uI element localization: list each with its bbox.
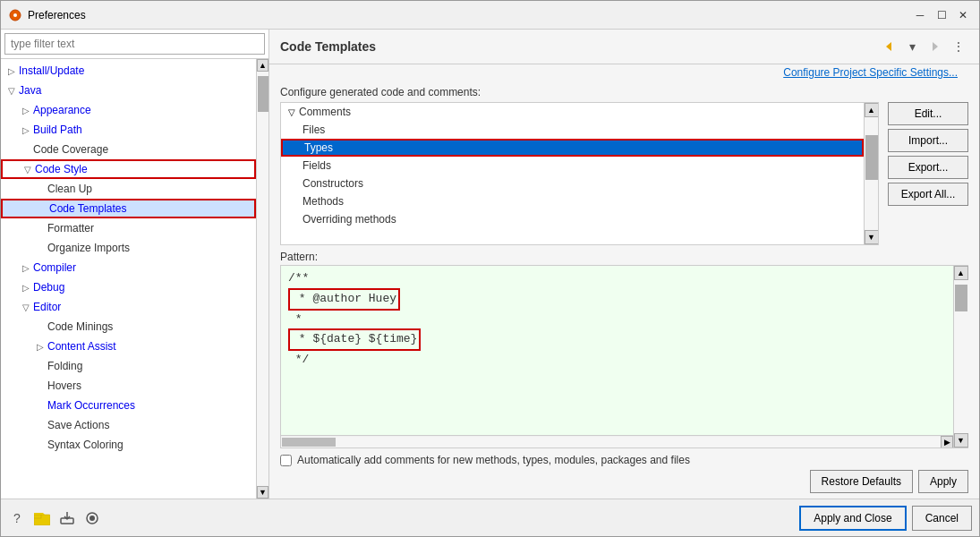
scroll-down-icon[interactable]: ▼	[954, 433, 968, 448]
template-tree-scrollbar[interactable]: ▲ ▼	[864, 103, 878, 244]
tree-label: Save Actions	[47, 419, 109, 431]
tree-label: Formatter	[47, 222, 94, 234]
restore-defaults-button[interactable]: Restore Defaults	[810, 470, 913, 493]
tree-label: Install/Update	[19, 64, 84, 77]
tree-label: Mark Occurrences	[47, 399, 135, 412]
scroll-up-icon[interactable]: ▲	[954, 266, 968, 280]
back-button[interactable]	[879, 37, 899, 56]
apply-close-button[interactable]: Apply and Close	[799, 506, 906, 531]
forward-button[interactable]	[925, 37, 945, 56]
maximize-button[interactable]: ☐	[933, 6, 950, 24]
export-button[interactable]: Export...	[888, 156, 968, 179]
scroll-up-icon[interactable]: ▲	[257, 59, 268, 72]
tree-item-code-style[interactable]: ▽ Code Style	[1, 159, 256, 179]
configure-project-link[interactable]: Configure Project Specific Settings...	[772, 63, 968, 82]
scroll-right-icon[interactable]: ▶	[941, 436, 953, 448]
scroll-thumb	[955, 285, 967, 311]
import-button[interactable]: Import...	[888, 129, 968, 152]
minimize-button[interactable]: ─	[911, 6, 929, 24]
app-icon	[8, 8, 22, 22]
edit-button[interactable]: Edit...	[888, 102, 968, 125]
tree-label: Syntax Coloring	[47, 439, 124, 451]
preferences-window: Preferences ─ ☐ ✕ ▷ Install/Update	[0, 0, 980, 537]
pattern-label: Pattern:	[280, 251, 968, 263]
tt-label: Files	[303, 124, 325, 136]
pattern-highlight-date: * ${date} ${time}	[288, 328, 421, 351]
right-body: Configure generated code and comments: ▽…	[269, 81, 979, 499]
folder-icon[interactable]	[33, 509, 51, 527]
more-options-button[interactable]: ⋮	[949, 37, 968, 56]
export-all-button[interactable]: Export All...	[888, 183, 968, 206]
tree-item-build-path[interactable]: ▷ Build Path	[1, 120, 256, 140]
tree-item-compiler[interactable]: ▷ Compiler	[1, 258, 256, 277]
record-icon[interactable]	[83, 509, 101, 527]
scroll-down-icon[interactable]: ▼	[865, 230, 879, 244]
tt-row-types[interactable]: Types	[281, 139, 864, 157]
tree-item-content-assist[interactable]: ▷ Content Assist	[1, 337, 256, 356]
tree-item-hovers[interactable]: Hovers	[1, 376, 256, 396]
arrow-icon: ▷	[19, 260, 33, 275]
tree-item-debug[interactable]: ▷ Debug	[1, 277, 256, 297]
tree-item-java[interactable]: ▽ Java	[1, 81, 256, 100]
auto-comment-checkbox[interactable]	[280, 455, 292, 466]
tree-item-code-minings[interactable]: Code Minings	[1, 317, 256, 337]
tree-label: Build Path	[33, 124, 82, 136]
right-action-buttons: Edit... Import... Export... Export All..…	[888, 102, 968, 245]
tt-row-overriding-methods[interactable]: Overriding methods	[281, 210, 864, 228]
export-icon[interactable]	[58, 509, 76, 527]
right-header: Code Templates ▾ ⋮	[269, 30, 979, 64]
arrow-icon	[19, 142, 33, 157]
close-button[interactable]: ✕	[954, 6, 972, 24]
left-scrollbar[interactable]: ▲ ▼	[256, 59, 268, 499]
tt-row-comments[interactable]: ▽ Comments	[281, 103, 864, 121]
tree-label: Code Style	[35, 163, 88, 175]
help-icon[interactable]: ?	[8, 509, 26, 527]
tree-label: Code Coverage	[33, 143, 108, 156]
pattern-v-scrollbar[interactable]: ▲ ▼	[953, 266, 967, 448]
scroll-track	[865, 117, 879, 230]
tt-row-fields[interactable]: Fields	[281, 157, 864, 175]
tree-item-clean-up[interactable]: Clean Up	[1, 179, 256, 199]
tree-item-appearance[interactable]: ▷ Appearance	[1, 100, 256, 120]
arrow-icon	[33, 241, 47, 255]
pattern-editor[interactable]: /** * @author Huey * * ${date} ${time} *…	[281, 266, 953, 435]
tree-item-code-templates[interactable]: Code Templates	[1, 199, 256, 218]
arrow-icon	[33, 398, 47, 413]
tree-label: Content Assist	[47, 340, 116, 353]
tree-item-folding[interactable]: Folding	[1, 356, 256, 376]
filter-input[interactable]	[4, 33, 265, 55]
tree-item-install-update[interactable]: ▷ Install/Update	[1, 61, 256, 81]
arrow-icon	[33, 379, 47, 393]
tree-item-save-actions[interactable]: Save Actions	[1, 415, 256, 435]
tt-row-files[interactable]: Files	[281, 121, 864, 139]
filter-box	[1, 30, 268, 59]
template-tree: ▽ Comments Files Types	[280, 102, 879, 245]
tree-label: Editor	[33, 301, 61, 313]
left-panel: ▷ Install/Update ▽ Java ▷ Appearance	[1, 30, 269, 499]
pattern-highlight-author: * @author Huey	[288, 288, 400, 311]
tree-label: Hovers	[47, 379, 81, 392]
apply-button[interactable]: Apply	[918, 470, 968, 493]
arrow-icon: ▷	[19, 123, 33, 137]
template-tree-inner: ▽ Comments Files Types	[281, 103, 864, 244]
tree-label: Code Templates	[49, 202, 127, 215]
scroll-up-icon[interactable]: ▲	[865, 103, 879, 117]
tree-item-mark-occurrences[interactable]: Mark Occurrences	[1, 396, 256, 415]
tree-item-code-coverage[interactable]: Code Coverage	[1, 140, 256, 159]
tt-row-methods[interactable]: Methods	[281, 192, 864, 210]
tt-row-constructors[interactable]: Constructors	[281, 175, 864, 192]
svg-marker-2	[886, 42, 891, 51]
nav-dropdown-button[interactable]: ▾	[902, 37, 922, 56]
nav-tree: ▷ Install/Update ▽ Java ▷ Appearance	[1, 59, 256, 499]
arrow-icon: ▽	[19, 300, 33, 314]
tree-item-formatter[interactable]: Formatter	[1, 218, 256, 238]
tree-item-syntax-coloring[interactable]: Syntax Coloring	[1, 435, 256, 455]
tree-item-editor[interactable]: ▽ Editor	[1, 297, 256, 317]
scroll-down-icon[interactable]: ▼	[257, 486, 268, 499]
scroll-thumb	[865, 135, 878, 180]
tree-label: Debug	[33, 281, 64, 294]
h-scrollbar[interactable]: ▶	[281, 435, 953, 448]
tree-label: Organize Imports	[47, 242, 130, 254]
cancel-button[interactable]: Cancel	[912, 506, 972, 531]
tree-item-organize-imports[interactable]: Organize Imports	[1, 238, 256, 258]
